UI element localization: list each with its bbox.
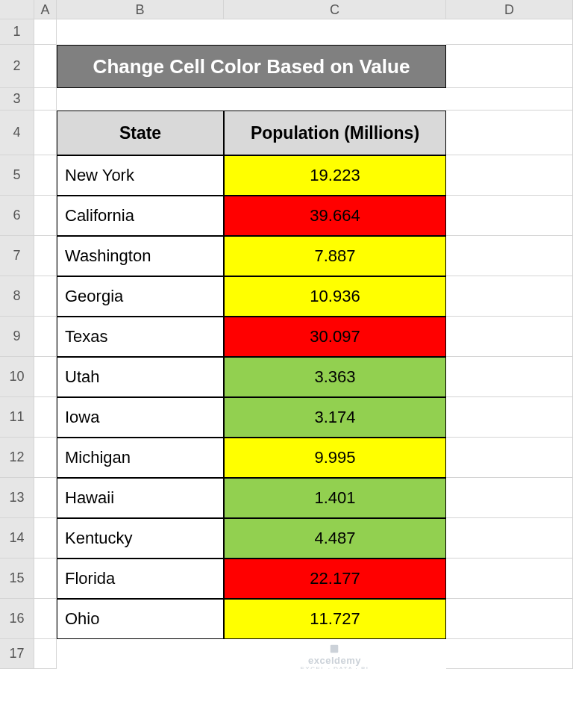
row-header-1[interactable]: 1 xyxy=(0,19,34,45)
cell-a2[interactable] xyxy=(34,45,57,88)
cell-d10[interactable] xyxy=(446,357,573,397)
cell-d1[interactable] xyxy=(446,19,573,45)
svg-rect-0 xyxy=(331,645,339,653)
cell-a9[interactable] xyxy=(34,317,57,357)
population-cell[interactable]: 4.487 xyxy=(224,518,446,559)
cell-d12[interactable] xyxy=(446,438,573,478)
spreadsheet-grid[interactable]: ABCD12Change Cell Color Based on Value34… xyxy=(0,0,573,669)
col-header-D[interactable]: D xyxy=(446,0,573,19)
row-header-15[interactable]: 15 xyxy=(0,559,34,599)
row-header-14[interactable]: 14 xyxy=(0,518,34,559)
state-cell[interactable]: California xyxy=(57,196,224,236)
cell-a4[interactable] xyxy=(34,111,57,155)
cell-a16[interactable] xyxy=(34,599,57,639)
cell-d16[interactable] xyxy=(446,599,573,639)
row-header-16[interactable]: 16 xyxy=(0,599,34,639)
row-header-10[interactable]: 10 xyxy=(0,357,34,397)
cell-d11[interactable] xyxy=(446,397,573,438)
population-cell[interactable]: 9.995 xyxy=(224,438,446,478)
cell-b3[interactable] xyxy=(57,88,224,111)
row-header-17[interactable]: 17 xyxy=(0,639,34,669)
cell-d4[interactable] xyxy=(446,111,573,155)
header-state: State xyxy=(57,111,224,155)
state-cell[interactable]: Hawaii xyxy=(57,478,224,518)
population-cell[interactable]: 22.177 xyxy=(224,559,446,599)
population-cell[interactable]: 3.363 xyxy=(224,357,446,397)
state-cell[interactable]: Georgia xyxy=(57,276,224,317)
row-header-13[interactable]: 13 xyxy=(0,478,34,518)
state-cell[interactable]: Ohio xyxy=(57,599,224,639)
excel-icon xyxy=(329,644,339,654)
state-cell[interactable]: Iowa xyxy=(57,397,224,438)
row-header-5[interactable]: 5 xyxy=(0,155,34,196)
state-cell[interactable]: Michigan xyxy=(57,438,224,478)
population-cell[interactable]: 7.887 xyxy=(224,236,446,276)
cell-d13[interactable] xyxy=(446,478,573,518)
cell-a3[interactable] xyxy=(34,88,57,111)
cell-a10[interactable] xyxy=(34,357,57,397)
population-cell[interactable]: 30.097 xyxy=(224,317,446,357)
population-cell[interactable]: 19.223 xyxy=(224,155,446,196)
header-population: Population (Millions) xyxy=(224,111,446,155)
state-cell[interactable]: Kentucky xyxy=(57,518,224,559)
cell-d15[interactable] xyxy=(446,559,573,599)
cell-c1[interactable] xyxy=(224,19,446,45)
cell-d8[interactable] xyxy=(446,276,573,317)
state-cell[interactable]: Utah xyxy=(57,357,224,397)
cell-d3[interactable] xyxy=(446,88,573,111)
cell-c3[interactable] xyxy=(224,88,446,111)
cell-d14[interactable] xyxy=(446,518,573,559)
cell-a1[interactable] xyxy=(34,19,57,45)
cell-d6[interactable] xyxy=(446,196,573,236)
title-cell: Change Cell Color Based on Value xyxy=(57,45,446,88)
population-cell[interactable]: 3.174 xyxy=(224,397,446,438)
cell-b1[interactable] xyxy=(57,19,224,45)
state-cell[interactable]: Texas xyxy=(57,317,224,357)
cell-a12[interactable] xyxy=(34,438,57,478)
row-header-4[interactable]: 4 xyxy=(0,111,34,155)
state-cell[interactable]: Washington xyxy=(57,236,224,276)
row-header-9[interactable]: 9 xyxy=(0,317,34,357)
cell-a14[interactable] xyxy=(34,518,57,559)
watermark: exceldemyEXCEL · DATA · BI xyxy=(300,644,369,669)
watermark-tagline: EXCEL · DATA · BI xyxy=(300,666,369,669)
cell-a15[interactable] xyxy=(34,559,57,599)
col-header-C[interactable]: C xyxy=(224,0,446,19)
cell-a7[interactable] xyxy=(34,236,57,276)
cell-a17[interactable] xyxy=(34,639,57,669)
row-header-11[interactable]: 11 xyxy=(0,397,34,438)
population-cell[interactable]: 39.664 xyxy=(224,196,446,236)
col-header-A[interactable]: A xyxy=(34,0,57,19)
cell-a11[interactable] xyxy=(34,397,57,438)
corner-cell[interactable] xyxy=(0,0,34,19)
cell-a5[interactable] xyxy=(34,155,57,196)
cell-c17[interactable]: exceldemyEXCEL · DATA · BI xyxy=(224,639,446,669)
watermark-brand: exceldemy xyxy=(308,656,361,666)
cell-a8[interactable] xyxy=(34,276,57,317)
cell-d7[interactable] xyxy=(446,236,573,276)
cell-d9[interactable] xyxy=(446,317,573,357)
population-cell[interactable]: 10.936 xyxy=(224,276,446,317)
row-header-8[interactable]: 8 xyxy=(0,276,34,317)
state-cell[interactable]: Florida xyxy=(57,559,224,599)
row-header-7[interactable]: 7 xyxy=(0,236,34,276)
cell-d5[interactable] xyxy=(446,155,573,196)
col-header-B[interactable]: B xyxy=(57,0,224,19)
row-header-3[interactable]: 3 xyxy=(0,88,34,111)
row-header-2[interactable]: 2 xyxy=(0,45,34,88)
cell-a6[interactable] xyxy=(34,196,57,236)
row-header-12[interactable]: 12 xyxy=(0,438,34,478)
cell-d17[interactable] xyxy=(446,639,573,669)
population-cell[interactable]: 11.727 xyxy=(224,599,446,639)
state-cell[interactable]: New York xyxy=(57,155,224,196)
cell-d2[interactable] xyxy=(446,45,573,88)
cell-a13[interactable] xyxy=(34,478,57,518)
cell-b17[interactable] xyxy=(57,639,224,669)
population-cell[interactable]: 1.401 xyxy=(224,478,446,518)
row-header-6[interactable]: 6 xyxy=(0,196,34,236)
